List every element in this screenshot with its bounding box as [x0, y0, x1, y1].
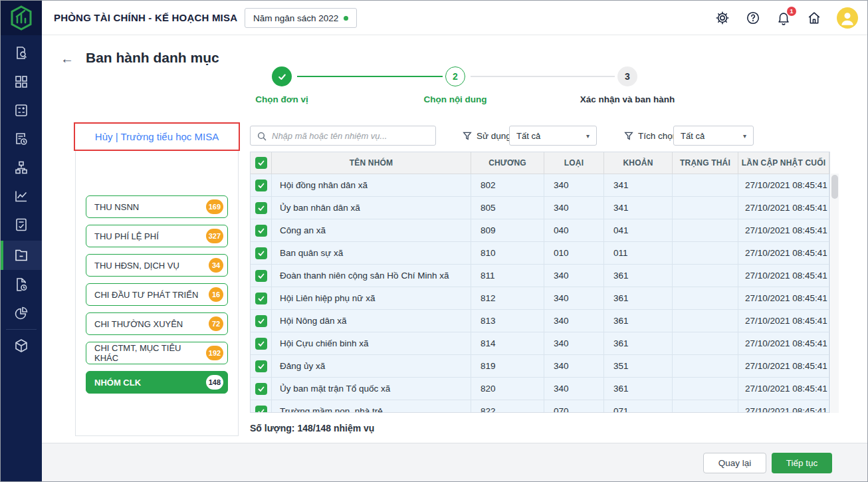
- select-all-checkbox[interactable]: [255, 157, 267, 169]
- table-row[interactable]: Hội đồng nhân dân xã 802 340 341 27/10/2…: [251, 174, 829, 197]
- cell-chapter: 812: [471, 287, 544, 310]
- cell-updated: 27/10/2021 08:45:41: [738, 174, 829, 197]
- notifications-button[interactable]: 1: [776, 10, 792, 26]
- help-button[interactable]: [745, 10, 761, 26]
- cell-updated: 27/10/2021 08:45:41: [738, 219, 829, 242]
- row-checkbox[interactable]: [255, 225, 267, 237]
- table-row[interactable]: Ủy ban nhân dân xã 805 340 341 27/10/202…: [251, 197, 829, 219]
- wizard-step-2-circle: 2: [445, 66, 465, 86]
- sidebar-item-analytics[interactable]: [1, 181, 42, 210]
- group-button-chi-thuong-xuyen[interactable]: CHI THƯỜNG XUYÊN 72: [86, 312, 228, 335]
- app-logo[interactable]: [1, 1, 42, 35]
- use-filter-dropdown[interactable]: Tất cả ▾: [509, 126, 597, 146]
- home-button[interactable]: [806, 10, 822, 26]
- topbar: PHÒNG TÀI CHÍNH - KẾ HOẠCH MISA Năm ngân…: [42, 1, 867, 35]
- cell-name: Công an xã: [272, 219, 471, 242]
- cell-type: 340: [544, 332, 604, 355]
- cell-status: [673, 242, 738, 265]
- table-row[interactable]: Hội Cựu chiến binh xã 814 340 361 27/10/…: [251, 332, 829, 355]
- cell-clause: 361: [604, 332, 673, 355]
- table-row[interactable]: Đoàn thanh niên cộng sản Hồ Chí Minh xã …: [251, 265, 829, 287]
- back-button[interactable]: Quay lại: [703, 453, 766, 473]
- cell-clause: 071: [604, 400, 673, 413]
- chevron-down-icon: ▾: [586, 132, 590, 140]
- scrollbar-thumb[interactable]: [831, 175, 838, 199]
- settings-button[interactable]: [714, 10, 730, 26]
- table-row[interactable]: Công an xã 809 040 041 27/10/2021 08:45:…: [251, 219, 829, 242]
- row-checkbox[interactable]: [255, 338, 267, 350]
- group-button-chi-ctmt[interactable]: CHI CTMT, MỤC TIÊU KHÁC 192: [86, 342, 228, 364]
- main-content: ← Ban hành danh mục 2 3 Chọn đơn vị Chọn…: [42, 35, 867, 481]
- cell-chapter: 802: [471, 174, 544, 197]
- sidebar-item-catalog-active[interactable]: [1, 241, 42, 270]
- calculator-icon: [13, 102, 29, 118]
- row-checkbox[interactable]: [255, 180, 267, 191]
- wizard-step-2-label: Chọn nội dung: [423, 94, 487, 104]
- row-checkbox[interactable]: [255, 202, 267, 214]
- row-checkbox[interactable]: [255, 383, 267, 395]
- cell-name: Ủy ban nhân dân xã: [272, 197, 471, 219]
- home-icon: [807, 11, 821, 25]
- document-search-icon: [13, 45, 29, 61]
- table-row[interactable]: Hội Liên hiệp phụ nữ xã 812 340 361 27/1…: [251, 287, 829, 310]
- sidebar-item-modules[interactable]: [1, 331, 42, 360]
- use-filter-label: Sử dụng: [477, 131, 511, 141]
- row-checkbox[interactable]: [255, 293, 267, 304]
- search-box: [250, 126, 436, 146]
- cell-type: 040: [544, 219, 604, 242]
- cell-chapter: 813: [471, 310, 544, 332]
- cell-type: 340: [544, 378, 604, 400]
- cell-status: [673, 287, 738, 310]
- continue-button[interactable]: Tiếp tục: [772, 453, 832, 473]
- group-count-badge: 72: [209, 316, 223, 331]
- summary-count: Số lượng: 148/148 nhiệm vụ: [250, 423, 374, 433]
- cancel-unit-link[interactable]: Hủy | Trường tiểu học MISA: [95, 131, 219, 142]
- cell-updated: 27/10/2021 08:45:41: [738, 310, 829, 332]
- sidebar-item-search-document[interactable]: [1, 39, 42, 67]
- cell-clause: 361: [604, 265, 673, 287]
- group-label: THU HĐSN, DỊCH VỤ: [94, 261, 179, 271]
- row-checkbox[interactable]: [255, 360, 267, 372]
- group-button-nhom-clk-active[interactable]: NHÓM CLK 148: [86, 371, 228, 394]
- filter-funnel-icon: [623, 130, 634, 141]
- sidebar-item-file-history[interactable]: [1, 270, 42, 299]
- group-count-badge: 16: [209, 287, 223, 302]
- row-checkbox[interactable]: [255, 247, 267, 259]
- group-button-chi-dau-tu[interactable]: CHI ĐẦU TƯ PHÁT TRIỂN 16: [86, 283, 228, 306]
- sidebar-item-report[interactable]: [1, 210, 42, 239]
- check-icon: [277, 72, 287, 82]
- dashboard-grid-icon: [13, 74, 29, 90]
- table-row[interactable]: Ủy ban mặt trận Tổ quốc xã 820 340 361 2…: [251, 378, 829, 400]
- table-row[interactable]: Trường mầm non, nhà trẻ 822 070 071 27/1…: [251, 400, 829, 413]
- wizard-step-1-label: Chọn đơn vị: [255, 94, 308, 104]
- cell-status: [673, 400, 738, 413]
- sidebar-item-document-schedule[interactable]: [1, 124, 42, 153]
- sidebar-item-calculator[interactable]: [1, 96, 42, 124]
- group-button-thu-phi-le-phi[interactable]: THU PHÍ LỆ PHÍ 327: [86, 225, 228, 247]
- table-scrollbar[interactable]: [831, 174, 839, 413]
- task-section: Sử dụng Tất cả ▾ Tích chọn Tất cả ▾ TÊN …: [250, 126, 839, 436]
- back-arrow-button[interactable]: ←: [60, 51, 74, 66]
- sidebar-item-pie-report[interactable]: [1, 299, 42, 327]
- row-checkbox[interactable]: [255, 270, 267, 282]
- gear-icon: [715, 11, 730, 25]
- group-button-thu-nsnn[interactable]: THU NSNN 169: [86, 195, 228, 218]
- notification-badge: 1: [787, 7, 796, 16]
- sidebar-item-org-structure[interactable]: [1, 153, 42, 181]
- misa-logo-icon: [10, 5, 33, 31]
- cell-clause: 351: [604, 355, 673, 378]
- row-checkbox[interactable]: [255, 406, 267, 414]
- table-row[interactable]: Hội Nông dân xã 813 340 361 27/10/2021 0…: [251, 310, 829, 332]
- search-input[interactable]: [272, 126, 433, 145]
- table-row[interactable]: Ban quân sự xã 810 010 011 27/10/2021 08…: [251, 242, 829, 265]
- budget-year-selector[interactable]: Năm ngân sách 2022: [245, 8, 357, 28]
- cell-status: [673, 265, 738, 287]
- sidebar-item-dashboard[interactable]: [1, 67, 42, 96]
- user-avatar[interactable]: [837, 7, 858, 29]
- document-clock-icon: [13, 131, 29, 147]
- row-checkbox[interactable]: [255, 315, 267, 327]
- table-row[interactable]: Đảng ủy xã 819 340 351 27/10/2021 08:45:…: [251, 355, 829, 378]
- cell-updated: 27/10/2021 08:45:41: [738, 332, 829, 355]
- group-button-thu-hdsn[interactable]: THU HĐSN, DỊCH VỤ 34: [86, 254, 228, 277]
- check-filter-dropdown[interactable]: Tất cả ▾: [673, 126, 754, 146]
